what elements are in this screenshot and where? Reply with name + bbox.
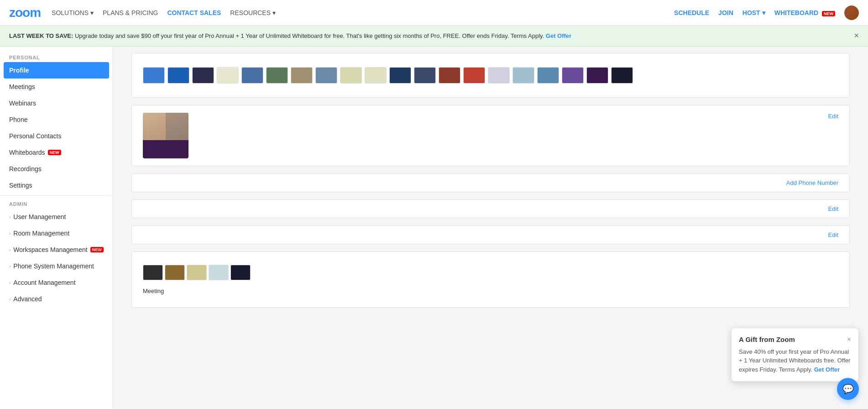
swatch-top-7[interactable] — [315, 67, 337, 84]
sidebar-item-personal-contacts[interactable]: Personal Contacts — [0, 128, 113, 144]
nav-left: zoom SOLUTIONS ▾ PLANS & PRICING CONTACT… — [9, 5, 276, 20]
swatch-top-0[interactable] — [143, 67, 165, 84]
sidebar-item-room-management[interactable]: › Room Management — [0, 225, 113, 241]
bottom-section: Meeting — [131, 252, 850, 308]
gift-popup-get-offer-link[interactable]: Get Offer — [814, 366, 840, 373]
sidebar-item-webinars[interactable]: Webinars — [0, 95, 113, 111]
swatch-bottom-3[interactable] — [209, 265, 229, 280]
section-edit-1: Edit — [131, 199, 850, 218]
swatch-bottom-0[interactable] — [143, 265, 163, 280]
chat-button[interactable]: 💬 — [837, 378, 859, 400]
swatch-top-10[interactable] — [389, 67, 411, 84]
sidebar-item-whiteboards[interactable]: Whiteboards NEW — [0, 144, 113, 161]
swatch-top-13[interactable] — [463, 67, 485, 84]
swatch-top-14[interactable] — [488, 67, 510, 84]
banner-text: LAST WEEK TO SAVE: Upgrade today and sav… — [9, 32, 571, 39]
swatch-bottom-1[interactable] — [165, 265, 185, 280]
chat-icon: 💬 — [842, 383, 854, 394]
sidebar-item-meetings[interactable]: Meetings — [0, 79, 113, 95]
contact-sales-nav-link[interactable]: CONTACT SALES — [167, 9, 221, 16]
chevron-right-icon: › — [9, 247, 10, 252]
whiteboard-button[interactable]: WHITEBOARD NEW — [774, 9, 835, 16]
chevron-down-icon: ▾ — [272, 9, 276, 16]
sidebar-item-account-management[interactable]: › Account Management — [0, 274, 113, 291]
gift-popup-close-button[interactable]: × — [847, 336, 851, 344]
gift-popup-text: Save 40% off your first year of Pro Annu… — [739, 347, 851, 374]
profile-edit-button[interactable]: Edit — [828, 113, 838, 120]
profile-image-area — [143, 113, 188, 158]
swatch-bottom-2[interactable] — [187, 265, 207, 280]
profile-image — [143, 113, 188, 158]
swatch-top-8[interactable] — [340, 67, 362, 84]
sidebar-item-profile[interactable]: Profile — [4, 62, 109, 79]
swatch-top-12[interactable] — [439, 67, 460, 84]
swatch-top-6[interactable] — [291, 67, 313, 84]
gift-popup-header: A Gift from Zoom × — [739, 336, 851, 344]
purple-bar — [143, 140, 188, 158]
sidebar-item-phone-system-management[interactable]: › Phone System Management — [0, 258, 113, 274]
swatch-top-4[interactable] — [241, 67, 263, 84]
section-edit-2: Edit — [131, 225, 850, 244]
phone-section: Add Phone Number — [131, 173, 850, 192]
chevron-down-icon: ▾ — [90, 9, 94, 16]
chevron-right-icon: › — [9, 264, 10, 269]
swatch-top-18[interactable] — [586, 67, 608, 84]
meeting-label: Meeting — [143, 284, 838, 298]
sidebar-item-advanced[interactable]: › Advanced — [0, 291, 113, 307]
nav-links: SOLUTIONS ▾ PLANS & PRICING CONTACT SALE… — [52, 9, 276, 16]
new-badge: NEW — [90, 247, 104, 252]
section-edit-button-1[interactable]: Edit — [828, 205, 838, 212]
section-edit-button-2[interactable]: Edit — [828, 231, 838, 238]
swatch-top-15[interactable] — [512, 67, 534, 84]
swatch-top-17[interactable] — [562, 67, 584, 84]
virtual-background-section — [131, 53, 850, 98]
profile-image-section: Edit — [131, 105, 850, 166]
schedule-button[interactable]: SCHEDULE — [674, 9, 709, 16]
resources-nav-link[interactable]: RESOURCES ▾ — [230, 9, 276, 16]
swatch-top-1[interactable] — [167, 67, 189, 84]
banner-close-button[interactable]: × — [854, 31, 859, 41]
avatar-image — [844, 5, 859, 20]
join-button[interactable]: JOIN — [718, 9, 733, 16]
sidebar-item-recordings[interactable]: Recordings — [0, 161, 113, 177]
sidebar-item-phone[interactable]: Phone — [0, 111, 113, 128]
sidebar-item-workspaces-management[interactable]: › Workspaces Management NEW — [0, 241, 113, 258]
plans-pricing-nav-link[interactable]: PLANS & PRICING — [103, 9, 158, 16]
chevron-right-icon: › — [9, 297, 10, 302]
swatch-bottom-4[interactable] — [230, 265, 251, 280]
host-button[interactable]: HOST ▾ — [743, 9, 765, 16]
swatch-top-19[interactable] — [611, 67, 633, 84]
banner-get-offer-link[interactable]: Get Offer — [546, 32, 571, 39]
avatar[interactable] — [844, 5, 859, 20]
new-badge: NEW — [822, 11, 835, 16]
gift-popup: A Gift from Zoom × Save 40% off your fir… — [731, 328, 859, 382]
swatch-top-9[interactable] — [365, 67, 387, 84]
swatch-top-3[interactable] — [217, 67, 239, 84]
chevron-down-icon: ▾ — [762, 9, 765, 16]
new-badge: NEW — [48, 150, 61, 155]
zoom-logo[interactable]: zoom — [9, 5, 41, 20]
swatch-top-5[interactable] — [266, 67, 288, 84]
admin-section-label: ADMIN — [0, 198, 113, 209]
top-navigation: zoom SOLUTIONS ▾ PLANS & PRICING CONTACT… — [0, 0, 868, 26]
chevron-right-icon: › — [9, 280, 10, 285]
chevron-right-icon: › — [9, 231, 10, 236]
swatch-top-16[interactable] — [537, 67, 559, 84]
gift-popup-title: A Gift from Zoom — [739, 336, 795, 343]
swatches-bottom-row — [143, 261, 838, 284]
swatches-top-row — [143, 63, 838, 88]
sidebar: PERSONAL Profile Meetings Webinars Phone… — [0, 44, 113, 409]
swatch-top-2[interactable] — [192, 67, 214, 84]
sidebar-item-settings[interactable]: Settings — [0, 177, 113, 194]
add-phone-number-link[interactable]: Add Phone Number — [786, 179, 838, 186]
promo-banner: LAST WEEK TO SAVE: Upgrade today and sav… — [0, 26, 868, 47]
sidebar-item-user-management[interactable]: › User Management — [0, 209, 113, 225]
solutions-nav-link[interactable]: SOLUTIONS ▾ — [52, 9, 94, 16]
personal-section-label: PERSONAL — [0, 51, 113, 62]
chevron-right-icon: › — [9, 215, 10, 220]
nav-right: SCHEDULE JOIN HOST ▾ WHITEBOARD NEW — [674, 5, 859, 20]
swatch-top-11[interactable] — [414, 67, 436, 84]
